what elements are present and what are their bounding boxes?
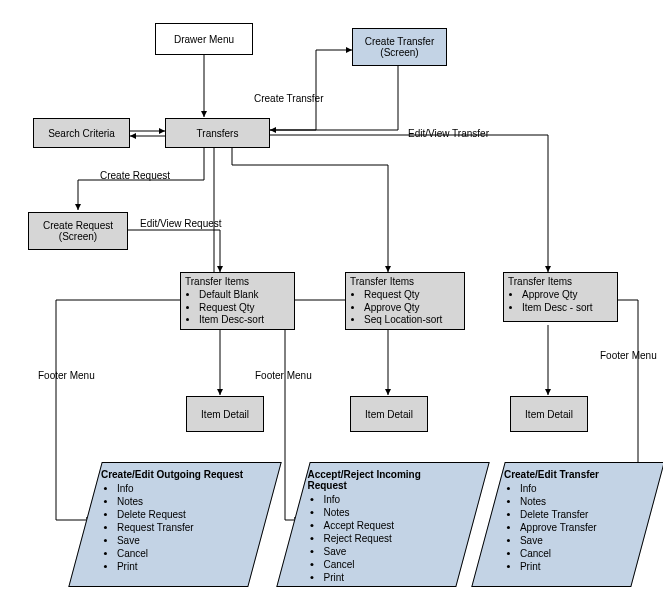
- edge-edit-view-transfer: Edit/View Transfer: [408, 128, 489, 139]
- node-search-criteria: Search Criteria: [33, 118, 130, 148]
- node-item-detail-1: Item Detail: [186, 396, 264, 432]
- list-item: Seq Location-sort: [364, 314, 460, 327]
- node-transfer-items-3: Transfer Items Approve Qty Item Desc - s…: [503, 272, 618, 322]
- edge-create-request: Create Request: [100, 170, 170, 181]
- title: Create/Edit Outgoing Request: [101, 469, 251, 480]
- node-transfer-items-1: Transfer Items Default Blank Request Qty…: [180, 272, 295, 330]
- list-item: Request Qty: [199, 302, 290, 315]
- list-item: Item Desc - sort: [522, 302, 613, 315]
- node-create-transfer-screen: Create Transfer (Screen): [352, 28, 447, 66]
- label: Drawer Menu: [174, 34, 234, 45]
- node-transfers: Transfers: [165, 118, 270, 148]
- list-item: Print: [117, 560, 251, 573]
- list-item: Save: [117, 534, 251, 547]
- list-item: Default Blank: [199, 289, 290, 302]
- list-item: Cancel: [323, 558, 457, 571]
- label: Create Request (Screen): [31, 220, 125, 242]
- node-drawer-menu: Drawer Menu: [155, 23, 253, 55]
- label: Create Transfer (Screen): [355, 36, 444, 58]
- list-item: Notes: [323, 506, 457, 519]
- node-item-detail-2: Item Detail: [350, 396, 428, 432]
- label: Search Criteria: [48, 128, 115, 139]
- edge-create-transfer: Create Transfer: [254, 93, 323, 104]
- list-item: Approve Qty: [522, 289, 613, 302]
- label: Item Detail: [365, 409, 413, 420]
- edge-edit-view-request: Edit/View Request: [140, 218, 222, 229]
- list-item: Item Desc-sort: [199, 314, 290, 327]
- footer-create-edit-transfer: Create/Edit Transfer Info Notes Delete T…: [471, 462, 663, 587]
- list-item: Delete Transfer: [520, 508, 634, 521]
- list-item: Accept Request: [323, 519, 457, 532]
- title: Transfer Items: [350, 276, 460, 287]
- list-item: Print: [323, 571, 457, 584]
- list-item: Delete Request: [117, 508, 251, 521]
- label: Transfers: [197, 128, 239, 139]
- list-item: Save: [323, 545, 457, 558]
- title: Create/Edit Transfer: [504, 469, 634, 480]
- edge-footer-menu-2: Footer Menu: [255, 370, 312, 381]
- list-item: Info: [117, 482, 251, 495]
- list-item: Cancel: [117, 547, 251, 560]
- list-item: Notes: [520, 495, 634, 508]
- list-item: Request Transfer: [117, 521, 251, 534]
- list-item: Approve Qty: [364, 302, 460, 315]
- label: Item Detail: [201, 409, 249, 420]
- list-item: Reject Request: [323, 532, 457, 545]
- label: Item Detail: [525, 409, 573, 420]
- footer-outgoing-request: Create/Edit Outgoing Request Info Notes …: [68, 462, 281, 587]
- edge-footer-menu-1: Footer Menu: [38, 370, 95, 381]
- list-item: Info: [520, 482, 634, 495]
- list-item: Print: [520, 560, 634, 573]
- title: Accept/Reject Incoming Request: [307, 469, 457, 491]
- title: Transfer Items: [508, 276, 613, 287]
- node-create-request-screen: Create Request (Screen): [28, 212, 128, 250]
- list-item: Notes: [117, 495, 251, 508]
- list-item: Save: [520, 534, 634, 547]
- footer-incoming-request: Accept/Reject Incoming Request Info Note…: [276, 462, 489, 587]
- list-item: Request Qty: [364, 289, 460, 302]
- title: Transfer Items: [185, 276, 290, 287]
- list-item: Approve Transfer: [520, 521, 634, 534]
- node-item-detail-3: Item Detail: [510, 396, 588, 432]
- list-item: Info: [323, 493, 457, 506]
- list-item: Cancel: [520, 547, 634, 560]
- edge-footer-menu-3: Footer Menu: [600, 350, 657, 361]
- node-transfer-items-2: Transfer Items Request Qty Approve Qty S…: [345, 272, 465, 330]
